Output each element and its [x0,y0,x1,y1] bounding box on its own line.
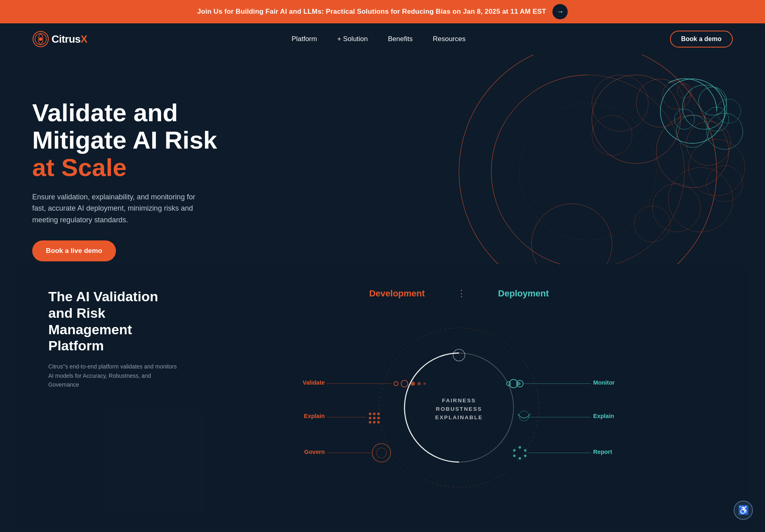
svg-point-51 [377,417,380,419]
svg-point-9 [592,75,648,131]
svg-point-39 [394,381,398,385]
book-demo-button[interactable]: Book a demo [670,31,733,48]
logo[interactable]: CitrusX [32,31,87,48]
svg-point-4 [491,75,684,264]
svg-point-50 [373,417,375,419]
svg-point-48 [377,413,380,415]
svg-point-14 [707,166,743,202]
svg-point-52 [369,421,371,423]
svg-text:Monitor: Monitor [593,379,615,386]
logo-text: CitrusX [52,33,87,46]
svg-point-23 [699,87,727,115]
svg-text:Govern: Govern [304,449,325,455]
svg-text:Report: Report [593,449,612,455]
nav-solution[interactable]: + Solution [337,35,368,43]
nav-resources[interactable]: Resources [433,35,465,43]
hero-section: Validate and Mitigate AI Risk at Scale E… [0,55,765,264]
svg-text:Explain: Explain [593,413,614,419]
diagram-svg-container: FAIRNESS ROBUSTNESS EXPLAINABLE Validate… [201,307,717,508]
announcement-text: Join Us for Building Fair AI and LLMs: P… [197,8,546,16]
svg-point-64 [517,382,521,385]
svg-point-18 [531,204,612,264]
hero-description: Ensure validation, explainability, and m… [32,191,209,226]
announcement-arrow-button[interactable]: → [552,4,568,19]
svg-point-2 [39,37,42,41]
svg-text:ROBUSTNESS: ROBUSTNESS [436,406,482,412]
platform-diagram: Development ⋮ Deployment FAIRNESS [201,288,717,522]
hero-svg [346,55,765,264]
svg-point-46 [369,413,371,415]
platform-description: Citrus''s end-to-end platform validates … [48,362,177,389]
navbar: CitrusX Platform + Solution Benefits Res… [0,23,765,55]
svg-text:Validate: Validate [303,379,325,386]
svg-point-47 [373,413,375,415]
svg-point-76 [513,449,515,451]
svg-text:Explain: Explain [304,413,325,419]
accessibility-button[interactable]: ♿ [734,501,753,520]
svg-point-40 [401,380,408,387]
svg-point-33 [453,349,465,361]
svg-point-41 [411,381,415,385]
svg-point-75 [513,455,515,457]
svg-point-72 [524,449,526,451]
nav-platform[interactable]: Platform [292,35,317,43]
platform-section: The AI Validation and Risk Management Pl… [16,264,749,526]
svg-point-71 [519,446,521,449]
svg-point-22 [682,85,727,129]
phase-separator: ⋮ [457,288,466,299]
svg-text:EXPLAINABLE: EXPLAINABLE [435,414,483,420]
svg-point-74 [519,457,521,460]
nav-benefits[interactable]: Benefits [388,35,413,43]
logo-icon [32,31,49,48]
svg-point-15 [668,168,733,232]
phase-labels: Development ⋮ Deployment [201,288,717,299]
diagram-svg: FAIRNESS ROBUSTNESS EXPLAINABLE Validate… [201,307,717,508]
svg-point-54 [377,421,380,423]
svg-point-16 [652,184,701,232]
svg-point-73 [524,455,526,457]
phase-development-label: Development [369,288,425,299]
svg-point-58 [376,448,387,458]
hero-title: Validate and Mitigate AI Risk at Scale [32,99,217,182]
hero-cta-button[interactable]: Book a live demo [32,240,116,261]
hero-content: Validate and Mitigate AI Risk at Scale E… [32,87,217,261]
svg-point-43 [423,383,426,385]
svg-point-57 [372,444,391,462]
svg-point-49 [369,417,371,419]
accessibility-icon: ♿ [738,505,749,515]
platform-title: The AI Validation and Risk Management Pl… [48,288,177,354]
arrow-icon: → [556,8,564,16]
svg-point-25 [674,109,695,129]
platform-text: The AI Validation and Risk Management Pl… [48,288,177,522]
announcement-bar: Join Us for Building Fair AI and LLMs: P… [0,0,765,23]
svg-point-17 [634,206,670,242]
svg-point-10 [592,115,632,155]
svg-point-67 [519,411,529,421]
svg-point-53 [373,421,375,423]
hero-graphic [346,55,765,264]
svg-point-11 [656,115,729,188]
svg-point-5 [592,75,680,164]
svg-point-42 [418,382,421,385]
nav-links: Platform + Solution Benefits Resources [292,35,465,43]
phase-deployment-label: Deployment [498,288,549,299]
platform-content: The AI Validation and Risk Management Pl… [48,288,717,522]
svg-text:FAIRNESS: FAIRNESS [442,398,476,404]
svg-point-27 [707,113,743,149]
svg-point-24 [676,115,709,147]
